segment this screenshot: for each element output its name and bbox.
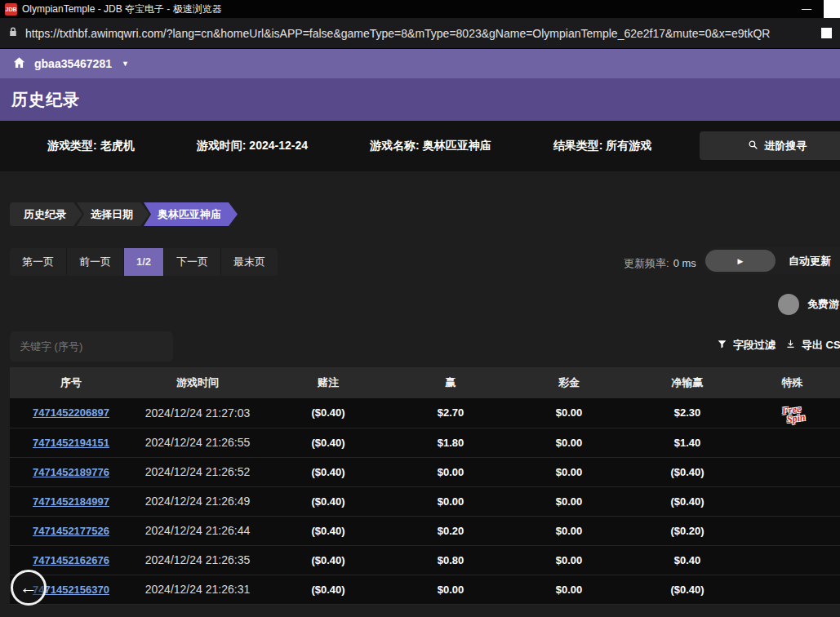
free-game-toggle[interactable]: 免费游 [778, 294, 839, 315]
browser-extension-icon[interactable] [821, 28, 832, 38]
export-csv-label: 导出 CS [802, 338, 840, 353]
jackpot-cell: $0.00 [508, 545, 630, 575]
bet-cell: ($0.40) [263, 398, 393, 428]
column-header: 赌注 [263, 367, 393, 398]
pagination-button[interactable]: 第一页 [10, 248, 67, 276]
win-cell: $0.80 [393, 545, 508, 575]
column-header: 净输赢 [630, 367, 744, 398]
advanced-search-button[interactable]: 进阶搜寻 [700, 131, 840, 160]
jackpot-cell: $0.00 [508, 516, 630, 545]
filter-label: 结果类型: [553, 139, 603, 152]
free-game-knob[interactable] [778, 294, 799, 315]
breadcrumb-item[interactable]: 选择日期 [77, 202, 149, 226]
table-header-row: 序号游戏时间赌注赢彩金净输赢特殊 [10, 367, 840, 398]
jackpot-cell: $0.00 [508, 457, 630, 486]
net-cell: $0.40 [630, 545, 744, 575]
round-id-link[interactable]: 7471452189776 [33, 466, 109, 478]
net-cell: ($0.40) [630, 486, 744, 516]
maximize-button[interactable] [824, 0, 840, 18]
column-header: 游戏时间 [132, 367, 263, 398]
filter-label: 游戏名称: [370, 139, 420, 152]
free-spin-logo: FreeSpin [779, 404, 806, 424]
bet-cell: ($0.40) [263, 457, 393, 486]
page-title: 历史纪录 [11, 89, 80, 111]
jackpot-cell: $0.00 [508, 428, 630, 457]
history-table: 序号游戏时间赌注赢彩金净输赢特殊 7471452206897 2024/12/2… [10, 367, 840, 605]
export-csv-button[interactable]: 导出 CS [785, 338, 840, 353]
main-content: 历史纪录 选择日期 奥林匹亚神庙 第一页 前一页 1/2 下一页 最末页 更新频… [0, 171, 840, 617]
round-id-link[interactable]: 7471452194151 [33, 437, 109, 449]
auto-update-label: 自动更新 [789, 254, 831, 269]
filter-item: 游戏类型:老虎机 [47, 139, 135, 153]
window-controls: — [789, 0, 840, 18]
bet-cell: ($0.40) [263, 545, 393, 575]
funnel-icon [717, 339, 727, 352]
net-cell: $2.30 [630, 398, 744, 428]
win-cell: $0.00 [393, 575, 508, 604]
table-row: 7471452194151 2024/12/24 21:26:55 ($0.40… [10, 428, 840, 457]
round-id-link[interactable]: 7471452184997 [33, 495, 109, 508]
filter-items: 游戏类型:老虎机 游戏时间:2024-12-24 游戏名称:奥林匹亚神庙 结果类… [47, 139, 651, 153]
game-time-cell: 2024/12/24 21:26:35 [132, 545, 263, 575]
breadcrumb-item[interactable]: 历史纪录 [10, 202, 82, 226]
round-id-link[interactable]: 7471452206897 [33, 406, 109, 419]
win-cell: $0.00 [393, 457, 508, 486]
back-arrow-icon: ← [20, 577, 38, 598]
column-header: 赢 [393, 367, 508, 398]
play-icon: ▶ [738, 257, 744, 265]
net-cell: ($0.40) [630, 575, 744, 604]
free-spin-logo-text: Spin [786, 413, 806, 424]
pagination-button[interactable]: 最末页 [221, 248, 278, 276]
filter-item: 游戏名称:奥林匹亚神庙 [370, 139, 491, 153]
bet-cell: ($0.40) [263, 486, 393, 516]
jdb-logo-icon: JDB [5, 3, 17, 16]
filter-label: 游戏类型: [47, 139, 97, 152]
filter-value: 奥林匹亚神庙 [423, 139, 491, 152]
refresh-rate-value: 0 ms [673, 257, 696, 269]
auto-update-toggle: ▶ 自动更新 [703, 247, 840, 274]
free-game-label: 免费游 [807, 297, 839, 312]
game-time-cell: 2024/12/24 21:26:52 [132, 457, 263, 486]
pagination-button[interactable]: 1/2 [124, 248, 164, 276]
jackpot-cell: $0.00 [508, 486, 630, 516]
table-row: 7471452162676 2024/12/24 21:26:35 ($0.40… [10, 545, 840, 575]
back-button[interactable]: ← [11, 570, 47, 606]
filter-bar: 游戏类型:老虎机 游戏时间:2024-12-24 游戏名称:奥林匹亚神庙 结果类… [0, 121, 840, 171]
home-icon[interactable] [12, 55, 26, 73]
column-header: 特殊 [744, 367, 840, 398]
auto-update-play-button[interactable]: ▶ [705, 250, 776, 272]
table-body: 7471452206897 2024/12/24 21:27:03 ($0.40… [10, 398, 840, 604]
pagination: 第一页 前一页 1/2 下一页 最末页 [10, 248, 278, 276]
net-cell: ($0.20) [630, 516, 744, 545]
field-filter-button[interactable]: 字段过滤 [717, 338, 776, 353]
advanced-search-label: 进阶搜寻 [765, 139, 807, 153]
breadcrumb-item[interactable]: 奥林匹亚神庙 [144, 202, 238, 226]
download-icon [785, 339, 796, 352]
refresh-rate-label: 更新频率: [624, 257, 669, 269]
table-row: 7471452184997 2024/12/24 21:26:49 ($0.40… [10, 486, 840, 516]
pagination-button[interactable]: 前一页 [67, 248, 124, 276]
bet-cell: ($0.40) [263, 428, 393, 457]
filter-value: 2024-12-24 [249, 139, 308, 152]
lock-icon[interactable] [8, 26, 18, 41]
round-id-link[interactable]: 7471452162676 [33, 554, 109, 566]
keyword-search-input[interactable] [10, 331, 173, 362]
minimize-button[interactable]: — [789, 1, 824, 17]
url-input[interactable]: https://txthbf.awimqwri.com/?lang=cn&hom… [25, 27, 814, 40]
jackpot-cell: $0.00 [508, 575, 630, 604]
address-bar: https://txthbf.awimqwri.com/?lang=cn&hom… [0, 18, 840, 49]
filter-value: 老虎机 [100, 139, 135, 152]
pagination-button[interactable]: 下一页 [164, 248, 221, 276]
column-header: 序号 [10, 367, 132, 398]
jackpot-cell: $0.00 [508, 398, 630, 428]
field-filter-label: 字段过滤 [733, 338, 776, 353]
refresh-rate: 更新频率:0 ms [624, 256, 696, 271]
round-id-link[interactable]: 7471452177526 [33, 525, 109, 537]
chevron-down-icon[interactable]: ▼ [122, 60, 129, 68]
column-header: 彩金 [508, 367, 630, 398]
filter-value: 所有游戏 [606, 139, 651, 152]
username-dropdown[interactable]: gbaa35467281 [34, 57, 112, 70]
breadcrumb: 历史纪录 选择日期 奥林匹亚神庙 [10, 202, 238, 226]
window-titlebar: JDB OlympianTemple - JDB 夺宝电子 - 极速浏览器 — [0, 0, 840, 18]
window-title: OlympianTemple - JDB 夺宝电子 - 极速浏览器 [22, 2, 222, 16]
